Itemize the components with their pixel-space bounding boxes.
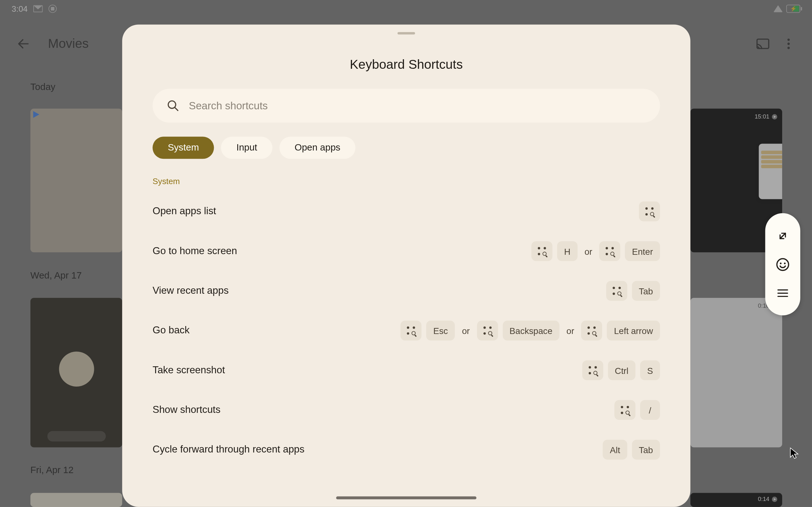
key-meta xyxy=(614,400,635,420)
nav-pill[interactable] xyxy=(336,497,476,499)
row-go-home: Go to home screen H or Enter xyxy=(153,231,660,271)
search-input[interactable] xyxy=(189,100,646,112)
key-s: S xyxy=(640,360,660,380)
key-alt: Alt xyxy=(603,440,627,460)
cursor-icon xyxy=(790,447,799,459)
row-recent-apps: View recent apps Tab xyxy=(153,271,660,311)
key-meta xyxy=(639,202,660,222)
row-label: Open apps list xyxy=(153,206,216,217)
key-left-arrow: Left arrow xyxy=(607,321,660,341)
key-backspace: Backspace xyxy=(502,321,559,341)
row-show-shortcuts: Show shortcuts / xyxy=(153,390,660,430)
sheet-grip[interactable] xyxy=(397,32,415,34)
floating-toolbar xyxy=(765,213,800,316)
key-meta xyxy=(606,281,627,301)
key-meta xyxy=(581,321,602,341)
chip-input[interactable]: Input xyxy=(221,136,272,159)
key-slash: / xyxy=(640,400,660,420)
key-enter: Enter xyxy=(625,241,660,261)
key-meta xyxy=(599,241,620,261)
svg-point-9 xyxy=(780,262,781,264)
sheet-title: Keyboard Shortcuts xyxy=(122,57,690,72)
menu-icon[interactable] xyxy=(773,284,792,302)
key-meta xyxy=(401,321,421,341)
search-icon xyxy=(166,99,180,112)
search-box[interactable] xyxy=(153,89,660,123)
key-meta xyxy=(582,360,603,380)
shortcuts-sheet: Keyboard Shortcuts System Input Open app… xyxy=(122,24,690,507)
key-meta xyxy=(531,241,552,261)
row-go-back: Go back Esc or Backspace or Left arrow xyxy=(153,311,660,350)
key-esc: Esc xyxy=(426,321,455,341)
row-screenshot: Take screenshot Ctrl S xyxy=(153,350,660,390)
section-title: System xyxy=(153,176,660,186)
key-h: H xyxy=(557,241,577,261)
row-label: Go to home screen xyxy=(153,245,237,257)
svg-point-10 xyxy=(784,262,786,264)
or-label: or xyxy=(460,326,472,335)
category-chips: System Input Open apps xyxy=(153,136,660,159)
row-open-apps-list: Open apps list xyxy=(153,192,660,231)
chip-open-apps[interactable]: Open apps xyxy=(280,136,356,159)
row-label: Go back xyxy=(153,325,190,337)
emoji-icon[interactable] xyxy=(773,255,792,274)
key-meta xyxy=(477,321,498,341)
row-label: Show shortcuts xyxy=(153,404,220,416)
key-tab: Tab xyxy=(632,440,660,460)
or-label: or xyxy=(564,326,576,335)
or-label: or xyxy=(582,246,595,256)
key-ctrl: Ctrl xyxy=(608,360,635,380)
svg-point-8 xyxy=(777,259,789,270)
row-label: Take screenshot xyxy=(153,364,225,376)
expand-icon[interactable] xyxy=(773,226,792,245)
shortcut-list: Open apps list Go to home screen H or En… xyxy=(153,192,660,469)
row-label: Cycle forward through recent apps xyxy=(153,444,305,456)
row-cycle-fwd: Cycle forward through recent apps Alt Ta… xyxy=(153,430,660,469)
key-tab: Tab xyxy=(632,281,660,301)
row-label: View recent apps xyxy=(153,285,229,297)
chip-system[interactable]: System xyxy=(153,136,214,159)
